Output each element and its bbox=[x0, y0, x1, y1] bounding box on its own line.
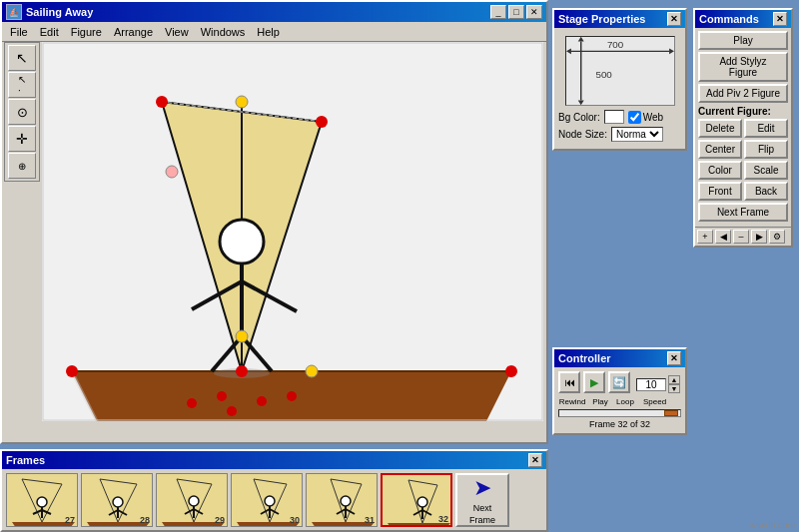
controller-buttons: ⏮ ▶ 🔄 bbox=[558, 371, 630, 393]
bg-color-row: Bg Color: Web bbox=[558, 110, 681, 124]
menu-file[interactable]: File bbox=[4, 24, 34, 40]
add-layer-button[interactable]: + bbox=[697, 230, 713, 244]
add-piv2-button[interactable]: Add Piv 2 Figure bbox=[698, 84, 788, 103]
main-titlebar: ⛵ Sailing Away _ □ ✕ bbox=[2, 2, 546, 22]
frame-28[interactable]: 28 bbox=[81, 473, 153, 527]
frame-32[interactable]: 32 bbox=[381, 473, 452, 527]
menu-windows[interactable]: Windows bbox=[195, 24, 252, 40]
loop-label: Loop bbox=[614, 397, 636, 406]
bg-color-box[interactable] bbox=[604, 110, 624, 124]
rotate-tool[interactable]: ⊙ bbox=[8, 99, 36, 125]
controller-labels: Rewind Play Loop Speed bbox=[558, 397, 681, 406]
speed-up-button[interactable]: ▲ bbox=[668, 375, 680, 384]
svg-point-41 bbox=[37, 497, 47, 507]
delete-button[interactable]: Delete bbox=[698, 119, 742, 138]
svg-marker-36 bbox=[577, 100, 583, 105]
main-window: ⛵ Sailing Away _ □ ✕ File Edit Figure Ar… bbox=[0, 0, 548, 444]
back-button[interactable]: Back bbox=[744, 182, 788, 201]
svg-point-26 bbox=[287, 391, 297, 401]
speed-input[interactable] bbox=[636, 378, 666, 391]
center-button[interactable]: Center bbox=[698, 140, 742, 159]
svg-point-28 bbox=[227, 406, 237, 416]
remove-layer-button[interactable]: – bbox=[733, 230, 749, 244]
maximize-button[interactable]: □ bbox=[508, 5, 524, 19]
next-frame-label: Next bbox=[473, 503, 492, 513]
rewind-label: Rewind bbox=[558, 397, 586, 406]
rewind-button[interactable]: ⏮ bbox=[558, 371, 580, 393]
frame-progress[interactable] bbox=[558, 409, 681, 417]
frame-30[interactable]: 30 bbox=[231, 473, 303, 527]
flip-button[interactable]: Flip bbox=[744, 140, 788, 159]
svg-point-17 bbox=[236, 365, 248, 377]
canvas-area[interactable] bbox=[42, 42, 543, 421]
prev-layer-button[interactable]: ◀ bbox=[715, 230, 731, 244]
svg-marker-32 bbox=[669, 48, 674, 54]
toolbar: ↖ ↖· ⊙ ✛ ⊕ bbox=[4, 42, 40, 182]
pan-tool[interactable]: ✛ bbox=[8, 126, 36, 152]
next-frame-button[interactable]: Next Frame bbox=[698, 203, 788, 222]
svg-point-8 bbox=[220, 220, 264, 264]
menu-help[interactable]: Help bbox=[251, 24, 286, 40]
next-frame-btn[interactable]: ➤ Next Frame bbox=[455, 473, 509, 527]
frames-close[interactable]: ✕ bbox=[528, 453, 542, 467]
svg-point-19 bbox=[66, 365, 78, 377]
controller-title: Controller ✕ bbox=[554, 349, 685, 367]
scale-button[interactable]: Scale bbox=[744, 161, 788, 180]
stage-preview-svg: 700 500 bbox=[566, 36, 674, 106]
svg-point-69 bbox=[341, 496, 351, 506]
frame-29[interactable]: 29 bbox=[156, 473, 228, 527]
loop-button[interactable]: 🔄 bbox=[608, 371, 630, 393]
svg-text:500: 500 bbox=[595, 69, 612, 80]
frame-30-num: 30 bbox=[290, 515, 300, 525]
play-ctrl-button[interactable]: ▶ bbox=[583, 371, 605, 393]
svg-point-22 bbox=[306, 365, 318, 377]
center-flip-row: Center Flip bbox=[698, 140, 788, 159]
svg-point-15 bbox=[156, 96, 168, 108]
front-button[interactable]: Front bbox=[698, 182, 742, 201]
add-stylyz-button[interactable]: Add Stylyz Figure bbox=[698, 52, 788, 82]
color-button[interactable]: Color bbox=[698, 161, 742, 180]
svg-point-62 bbox=[265, 496, 275, 506]
frames-title: Frames ✕ bbox=[2, 451, 546, 469]
speed-down-button[interactable]: ▼ bbox=[668, 384, 680, 393]
web-checkbox[interactable] bbox=[628, 111, 641, 124]
color-scale-row: Color Scale bbox=[698, 161, 788, 180]
svg-point-18 bbox=[505, 365, 517, 377]
controller-panel: Controller ✕ ⏮ ▶ 🔄 ▲ ▼ Rewind Play bbox=[552, 347, 687, 435]
frames-panel: Frames ✕ 27 bbox=[0, 449, 548, 532]
close-button[interactable]: ✕ bbox=[526, 5, 542, 19]
select-tool[interactable]: ↖ bbox=[8, 45, 36, 71]
svg-point-24 bbox=[217, 391, 227, 401]
svg-point-48 bbox=[113, 497, 123, 507]
menu-arrange[interactable]: Arrange bbox=[108, 24, 159, 40]
stage-props-panel: Stage Properties ✕ 700 500 Bg Color: bbox=[552, 8, 687, 151]
app-icon: ⛵ bbox=[6, 4, 22, 20]
frame-27[interactable]: 27 bbox=[6, 473, 78, 527]
frame-info: Frame 32 of 32 bbox=[558, 419, 681, 429]
frame-29-num: 29 bbox=[215, 515, 225, 525]
minimize-button[interactable]: _ bbox=[490, 5, 506, 19]
controller-close[interactable]: ✕ bbox=[667, 351, 681, 365]
play-button[interactable]: Play bbox=[698, 31, 788, 50]
add-point-tool[interactable]: ⊕ bbox=[8, 153, 36, 179]
commands-close[interactable]: ✕ bbox=[773, 12, 787, 26]
node-size-select[interactable]: Small Normal Large bbox=[611, 127, 663, 142]
frame-27-num: 27 bbox=[65, 515, 75, 525]
web-checkbox-label[interactable]: Web bbox=[628, 111, 663, 124]
frame-31-num: 31 bbox=[365, 515, 375, 525]
frame-31[interactable]: 31 bbox=[306, 473, 378, 527]
front-back-row: Front Back bbox=[698, 182, 788, 201]
node-tool[interactable]: ↖· bbox=[8, 72, 36, 98]
menu-view[interactable]: View bbox=[159, 24, 195, 40]
stage-props-close[interactable]: ✕ bbox=[667, 12, 681, 26]
watermark: wsxdn.com bbox=[750, 520, 795, 530]
svg-point-55 bbox=[189, 496, 199, 506]
next-frame-label2: Frame bbox=[469, 515, 495, 525]
menu-figure[interactable]: Figure bbox=[65, 24, 108, 40]
edit-button[interactable]: Edit bbox=[744, 119, 788, 138]
settings-layer-button[interactable]: ⚙ bbox=[769, 230, 785, 244]
menu-edit[interactable]: Edit bbox=[34, 24, 65, 40]
node-size-row: Node Size: Small Normal Large bbox=[558, 127, 681, 142]
next-layer-button[interactable]: ▶ bbox=[751, 230, 767, 244]
frames-row: 27 28 bbox=[2, 469, 546, 531]
